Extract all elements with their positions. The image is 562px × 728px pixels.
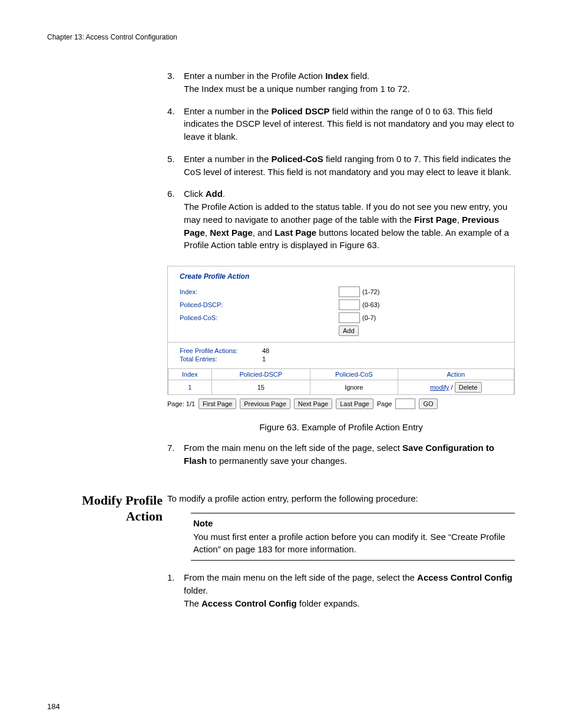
first-page-button[interactable]: First Page bbox=[199, 398, 236, 409]
panel-title: Create Profile Action bbox=[168, 266, 514, 286]
form-range: (0-7) bbox=[362, 314, 376, 321]
section-heading: Modify Profile Action bbox=[47, 492, 163, 525]
form-row: Policed-CoS:(0-7) bbox=[180, 312, 506, 323]
list-body: From the main menu on the left side of t… bbox=[184, 442, 515, 467]
table-header: Policied-DSCP bbox=[211, 369, 310, 380]
list-body: Click Add.The Profile Action is added to… bbox=[184, 187, 515, 252]
last-page-button[interactable]: Last Page bbox=[336, 398, 373, 409]
chapter-header: Chapter 13: Access Control Configuration bbox=[47, 33, 515, 41]
list-body: From the main menu on the left side of t… bbox=[184, 571, 515, 610]
form-label: Policed-CoS: bbox=[180, 314, 339, 321]
list-item: 5.Enter a number in the Policed-CoS fiel… bbox=[167, 153, 515, 179]
page-word: Page bbox=[377, 400, 392, 407]
list-number: 3. bbox=[167, 70, 184, 95]
form-input[interactable] bbox=[339, 312, 360, 323]
stat-value: 1 bbox=[262, 355, 266, 363]
list-item: 4.Enter a number in the Policed DSCP fie… bbox=[167, 105, 515, 143]
figure-63: Create Profile Action Index:(1-72)Police… bbox=[167, 266, 515, 409]
note-block: Note You must first enter a profile acti… bbox=[191, 513, 515, 561]
table-cell: 15 bbox=[211, 380, 310, 395]
go-button[interactable]: GO bbox=[419, 398, 437, 409]
pager: Page: 1/1 First Page Previous Page Next … bbox=[167, 395, 515, 409]
list-number: 1. bbox=[167, 571, 184, 610]
list-number: 4. bbox=[167, 105, 184, 143]
list-item: 6.Click Add.The Profile Action is added … bbox=[167, 187, 515, 252]
list-body: Enter a number in the Policed DSCP field… bbox=[184, 105, 515, 143]
figure-caption: Figure 63. Example of Profile Action Ent… bbox=[167, 422, 515, 432]
form-range: (0-63) bbox=[362, 301, 379, 308]
list-number: 6. bbox=[167, 187, 184, 252]
list-number: 7. bbox=[167, 442, 184, 467]
list-item: 7.From the main menu on the left side of… bbox=[167, 442, 515, 467]
list-item: 3.Enter a number in the Profile Action I… bbox=[167, 70, 515, 95]
stat-row: Total Entries:1 bbox=[180, 355, 506, 363]
ordered-list-c: 1.From the main menu on the left side of… bbox=[167, 571, 515, 610]
table-cell: Ignore bbox=[310, 380, 398, 395]
stat-value: 48 bbox=[262, 347, 269, 354]
form-row: Index:(1-72) bbox=[180, 286, 506, 297]
stat-label: Total Entries: bbox=[180, 355, 262, 363]
table-header: Index bbox=[168, 369, 212, 380]
page-indicator: Page: 1/1 bbox=[167, 400, 195, 407]
table-cell: 1 bbox=[168, 380, 212, 395]
stat-label: Free Profile Actions: bbox=[180, 347, 262, 354]
page-input[interactable] bbox=[395, 398, 415, 409]
modify-link[interactable]: modify bbox=[430, 384, 449, 391]
delete-button[interactable]: Delete bbox=[455, 382, 482, 393]
add-button[interactable]: Add bbox=[339, 325, 359, 336]
next-page-button[interactable]: Next Page bbox=[294, 398, 332, 409]
table-header: Action bbox=[398, 369, 514, 380]
list-body: Enter a number in the Profile Action Ind… bbox=[184, 70, 515, 95]
action-cell: modify / Delete bbox=[398, 380, 514, 395]
form-input[interactable] bbox=[339, 286, 360, 297]
list-item: 1.From the main menu on the left side of… bbox=[167, 571, 515, 610]
note-body: You must first enter a profile action be… bbox=[193, 531, 513, 555]
ordered-list-a: 3.Enter a number in the Profile Action I… bbox=[167, 70, 515, 252]
form-input[interactable] bbox=[339, 299, 360, 310]
profile-action-table: IndexPolicied-DSCPPolicied-CoSAction 115… bbox=[168, 368, 514, 395]
form-row: Policed-DSCP:(0-63) bbox=[180, 299, 506, 310]
list-body: Enter a number in the Policed-CoS field … bbox=[184, 153, 515, 179]
previous-page-button[interactable]: Previous Page bbox=[240, 398, 290, 409]
table-row: 115Ignoremodify / Delete bbox=[168, 380, 514, 395]
list-number: 5. bbox=[167, 153, 184, 179]
ordered-list-b: 7.From the main menu on the left side of… bbox=[167, 442, 515, 467]
note-title: Note bbox=[193, 517, 513, 529]
form-range: (1-72) bbox=[362, 288, 379, 295]
form-label: Policed-DSCP: bbox=[180, 301, 339, 308]
page-number: 184 bbox=[47, 702, 515, 711]
section-intro: To modify a profile action entry, perfor… bbox=[167, 492, 515, 505]
table-header: Policied-CoS bbox=[310, 369, 398, 380]
form-label: Index: bbox=[180, 288, 339, 295]
stat-row: Free Profile Actions:48 bbox=[180, 347, 506, 354]
